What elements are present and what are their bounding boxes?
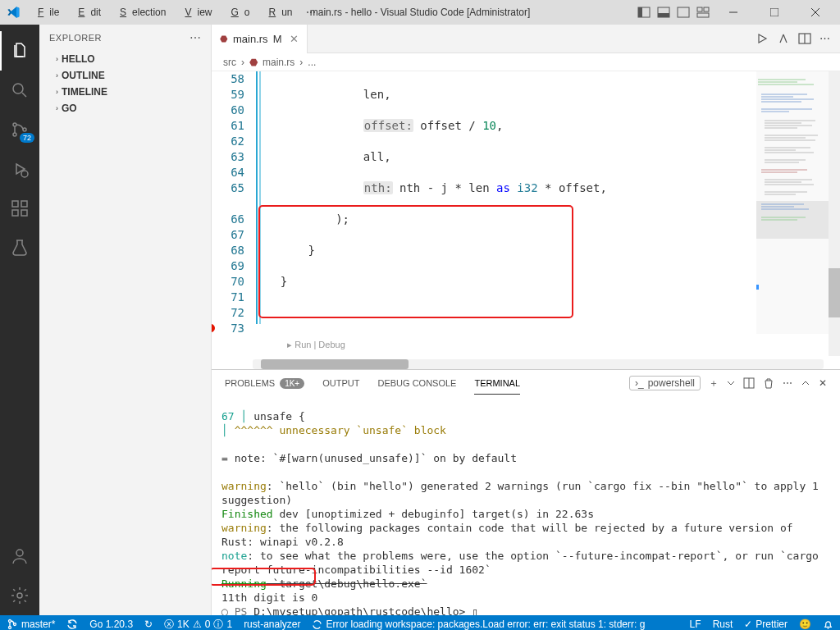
panel-tab-debug-console[interactable]: DEBUG CONSOLE <box>377 378 456 388</box>
status-go-update[interactable]: ↻ <box>144 619 153 630</box>
highlight-box-terminal <box>212 568 316 586</box>
status-go-version[interactable]: Go 1.20.3 <box>89 619 133 630</box>
svg-rect-5 <box>697 7 702 11</box>
new-terminal-icon[interactable]: ＋ <box>709 377 719 390</box>
svg-line-13 <box>22 93 26 97</box>
svg-rect-22 <box>21 201 27 207</box>
maximize-button[interactable] <box>756 0 792 25</box>
svg-rect-21 <box>21 210 27 216</box>
terminal-shell-selector[interactable]: ›_powershell <box>629 376 701 390</box>
panel-tab-terminal[interactable]: TERMINAL <box>474 378 520 388</box>
kill-terminal-icon[interactable] <box>763 377 774 389</box>
svg-point-24 <box>16 550 23 556</box>
menu-edit[interactable]: Edit <box>66 5 107 20</box>
rust-file-icon: ⬣ <box>249 57 258 68</box>
panel-tab-problems[interactable]: PROBLEMS1K+ <box>225 378 304 389</box>
minimize-button[interactable] <box>715 0 751 25</box>
layout-panel-icon[interactable] <box>656 5 671 20</box>
status-error-message[interactable]: Error loading workspace: packages.Load e… <box>312 619 645 630</box>
svg-point-25 <box>17 593 22 598</box>
breadcrumb-folder[interactable]: src <box>223 57 236 68</box>
accounts-icon[interactable] <box>0 536 39 576</box>
source-control-icon[interactable]: 72 <box>0 110 39 149</box>
testing-icon[interactable] <box>0 228 39 267</box>
layout-secondary-icon[interactable] <box>676 5 691 20</box>
terminal-dropdown-icon[interactable] <box>727 379 735 387</box>
run-icon[interactable] <box>756 32 769 45</box>
split-terminal-icon[interactable] <box>743 377 755 389</box>
chevron-right-icon: › <box>56 55 58 63</box>
terminal-icon: ›_ <box>635 377 644 389</box>
editor-hscroll[interactable] <box>253 359 824 369</box>
svg-point-14 <box>13 123 16 126</box>
menu-file[interactable]: File <box>26 5 65 20</box>
minimap[interactable] <box>756 71 829 334</box>
tab-main-rs[interactable]: ⬣ main.rs M ✕ <box>212 25 308 53</box>
menu-view[interactable]: View <box>173 5 217 20</box>
menu-go[interactable]: Go <box>219 5 255 20</box>
svg-point-68 <box>9 627 11 629</box>
svg-rect-4 <box>678 7 689 17</box>
tab-close-icon[interactable]: ✕ <box>290 33 299 45</box>
editor-more-icon[interactable]: ⋯ <box>819 32 830 45</box>
editor-vscroll[interactable] <box>829 71 840 356</box>
status-language[interactable]: Rust <box>713 619 733 630</box>
panel-more-icon[interactable]: ⋯ <box>783 377 792 389</box>
status-problems[interactable]: ⓧ 1K ⚠ 0 ⓘ 1 <box>164 618 232 631</box>
sidebar-more-icon[interactable]: ⋯ <box>189 31 202 44</box>
panel-maximize-icon[interactable] <box>801 378 810 388</box>
svg-marker-17 <box>16 164 25 174</box>
code-editor[interactable]: 58 59 60 61 62 63 64 65 66 67 68 69 70 7… <box>212 71 840 356</box>
menu-selection[interactable]: Selection <box>108 5 171 20</box>
svg-point-15 <box>13 133 16 136</box>
status-prettier[interactable]: ✓ Prettier <box>744 619 788 630</box>
explorer-icon[interactable] <box>0 31 39 71</box>
debug-icon[interactable] <box>0 149 39 189</box>
panel-close-icon[interactable]: ✕ <box>819 377 827 389</box>
split-editor-icon[interactable] <box>798 32 811 45</box>
chevron-right-icon: › <box>56 71 58 80</box>
status-eol[interactable]: LF <box>690 619 701 630</box>
status-feedback-icon[interactable]: 🙂 <box>799 619 811 630</box>
settings-gear-icon[interactable] <box>0 576 39 615</box>
editor-tabs: ⬣ main.rs M ✕ ⋯ <box>212 25 840 53</box>
editor-area: ⬣ main.rs M ✕ ⋯ src › ⬣ main.rs › ... 58 <box>212 25 840 615</box>
status-sync[interactable] <box>66 619 78 630</box>
split-compare-icon[interactable] <box>777 32 790 45</box>
svg-point-67 <box>9 620 11 623</box>
svg-rect-3 <box>658 13 669 17</box>
code-lens-run-debug[interactable]: ▸ Run | Debug <box>287 340 345 349</box>
cursor: ▯ <box>472 605 478 615</box>
explorer-sidebar: EXPLORER ⋯ ›HELLO ›OUTLINE ›TIMELINE ›GO <box>39 25 212 615</box>
tree-go[interactable]: ›GO <box>39 100 211 116</box>
breadcrumb[interactable]: src › ⬣ main.rs › ... <box>212 53 840 71</box>
extensions-icon[interactable] <box>0 189 39 228</box>
status-rust-analyzer[interactable]: rust-analyzer <box>244 619 300 630</box>
tab-modified-indicator: M <box>273 33 282 45</box>
svg-marker-26 <box>759 34 766 43</box>
window-title: main.rs - hello - Visual Studio Code [Ad… <box>310 7 531 18</box>
status-bell-icon[interactable] <box>823 619 833 630</box>
problems-count-badge: 1K+ <box>280 378 304 389</box>
tree-timeline[interactable]: ›TIMELINE <box>39 84 211 100</box>
title-bar: File Edit Selection View Go Run ⋯ main.r… <box>0 0 840 25</box>
svg-rect-19 <box>12 201 18 207</box>
breadcrumb-file[interactable]: main.rs <box>262 57 294 68</box>
menu-bar: File Edit Selection View Go Run ⋯ <box>26 5 322 20</box>
terminal-output[interactable]: 67 │ unsafe { │ ^^^^^^ unnecessary `unsa… <box>212 396 840 615</box>
panel-tab-output[interactable]: OUTPUT <box>322 378 359 388</box>
tab-label: main.rs <box>233 33 268 45</box>
breadcrumb-symbol[interactable]: ... <box>308 57 316 68</box>
scm-badge: 72 <box>20 133 34 143</box>
tree-folder-hello[interactable]: ›HELLO <box>39 51 211 67</box>
line-number-gutter: 58 59 60 61 62 63 64 65 66 67 68 69 70 7… <box>212 71 253 356</box>
layout-custom-icon[interactable] <box>696 5 710 20</box>
menu-run[interactable]: Run <box>258 5 299 20</box>
tree-outline[interactable]: ›OUTLINE <box>39 67 211 84</box>
program-output-line: 11th digit is 0 <box>221 591 827 605</box>
rust-file-icon: ⬣ <box>220 34 228 44</box>
close-button[interactable] <box>797 0 833 25</box>
search-icon[interactable] <box>0 71 39 110</box>
layout-primary-icon[interactable] <box>637 5 651 20</box>
status-branch[interactable]: master* <box>7 619 55 630</box>
